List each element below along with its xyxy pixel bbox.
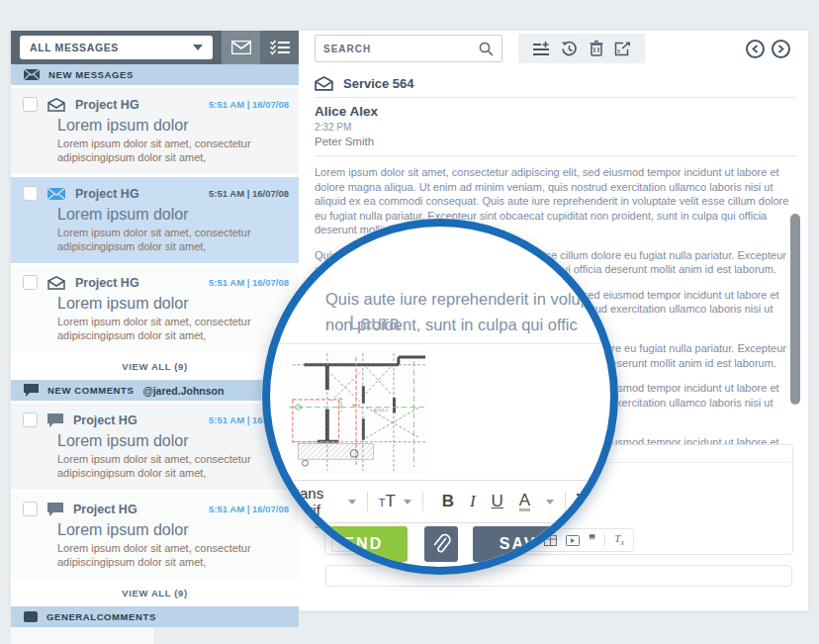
message-timestamp: 5:51 AM | 16/07/08 [209,277,289,288]
mail-icon [24,69,40,80]
floor-plan-image: A2201.1 A2201.4 [285,349,429,475]
comment-icon [47,414,63,427]
task-view-button[interactable] [260,31,299,64]
export-icon: x [614,42,631,56]
attachment-author-label: Laura [349,312,400,334]
sender-name: Alice Alex [315,104,378,119]
message-preview: Lorem ipsum dolor sit amet, consectetur … [57,137,289,164]
font-size-select[interactable]: TT [379,492,411,511]
delete-button[interactable] [590,41,603,56]
mail-view-button[interactable] [222,31,260,64]
search-input[interactable] [323,44,479,54]
thread-navigation [746,40,790,58]
message-filter-dropdown[interactable]: ALL MESSAGES [20,36,213,59]
section-title: NEW MESSAGES [48,69,134,80]
message-list-item[interactable]: Project HG 5:51 AM | 16/07/08 Lorem ipsu… [11,266,299,352]
comment-icon [24,384,39,397]
trash-icon [590,41,603,56]
new-messages-section-header[interactable]: NEW MESSAGES [11,64,299,85]
comment-checkbox[interactable] [23,413,38,427]
service-header: Service 564 [315,76,414,91]
caret-down-icon [404,500,411,505]
caret-down-icon [546,500,554,505]
previous-message-button[interactable] [746,40,765,58]
font-color-select[interactable]: A [511,492,554,511]
section-title: NEW COMMENTS [47,385,134,396]
recipient-name: Peter Smith [315,136,378,147]
view-all-messages-link[interactable]: VIEW ALL (9) [11,352,299,380]
caret-down-icon [348,500,356,505]
toolbar-separator [565,492,566,511]
message-actions-toolbar: x [518,34,645,63]
new-comments-section-header[interactable]: NEW COMMENTS @jared.Johnson [11,380,299,401]
history-button[interactable] [561,41,578,57]
italic-button[interactable]: I [470,492,476,511]
comment-checkbox[interactable] [23,502,38,516]
video-button[interactable] [566,535,580,546]
comment-timestamp: 5:51 AM | 16/07/08 [209,504,289,514]
bold-button[interactable]: B [442,492,454,511]
mention-label: @jared.Johnson [142,385,224,397]
comment-subject: Lorem ipsum dolor [57,521,289,539]
list-toolbar: ALL MESSAGES [11,31,299,64]
mail-open-icon [47,276,65,290]
comment-title: Project HG [73,414,137,427]
general-comments-section-header[interactable]: GENERALCOMMENTS [11,606,299,627]
add-to-list-icon [532,42,550,56]
magnified-editor-toolbar: Sans Serif TT B I U A [270,480,610,523]
message-list-panel: ALL MESSAGES NEW MESSAGES Project HG [11,31,299,610]
comment-list-item[interactable]: Project HG 5:51 AM | 16/07/08 Lorem ipsu… [11,493,299,579]
caret-down-icon [193,45,203,50]
toolbar-separator [422,492,423,511]
magnifier-overlay: Quis aute iure reprehenderit in volup no… [262,219,618,575]
history-icon [561,41,578,57]
list-footer-spacer [11,627,155,644]
attach-button[interactable] [424,526,458,562]
svg-text:A2201.4: A2201.4 [374,408,389,413]
next-message-button[interactable] [772,40,790,58]
message-filter-label: ALL MESSAGES [30,42,119,53]
sent-time: 2:32 PM [315,122,378,133]
export-button[interactable]: x [614,42,631,56]
comment-icon [47,503,63,516]
comment-square-icon [24,611,38,623]
comment-preview: Lorem ipsum dolor sit amet, consectetur … [57,452,289,480]
divider [315,155,796,156]
message-subject: Lorem ipsum dolor [57,117,289,135]
underline-button[interactable]: U [492,492,503,511]
scrollbar-thumb[interactable] [790,214,800,405]
blockquote-button[interactable]: ❞ [589,535,595,545]
message-title: Project HG [75,276,139,290]
toolbar-separator [367,492,368,511]
service-title: Service 564 [343,76,414,91]
view-all-comments-link[interactable]: VIEW ALL (9) [11,579,299,606]
message-list-item[interactable]: Project HG 5:51 AM | 16/07/08 Lorem ipsu… [11,88,299,174]
toolbar-separator [604,534,605,546]
font-color-icon: A [519,492,530,511]
mail-icon [231,41,251,54]
search-field[interactable] [315,35,502,62]
add-to-list-button[interactable] [532,42,550,56]
message-preview: Lorem ipsum dolor sit amet, consectetur … [57,315,289,342]
svg-text:A2201.1: A2201.1 [338,398,343,412]
comment-preview: Lorem ipsum dolor sit amet, consectetur … [57,541,289,569]
paperclip-icon [431,533,451,555]
message-checkbox[interactable] [23,186,38,201]
comment-list-item[interactable]: Project HG 5:51 AM | 16/07/08 Lorem ipsu… [11,404,299,490]
quote-icon: ❞ [589,535,595,545]
mail-open-icon [315,76,333,91]
mail-open-icon [47,98,65,112]
message-checkbox[interactable] [23,275,38,290]
clear-format-button[interactable]: Tx [614,532,624,547]
message-subject: Lorem ipsum dolor [57,295,289,313]
chevron-right-icon [777,45,784,53]
video-icon [566,535,580,546]
section-title: GENERALCOMMENTS [46,611,156,622]
font-size-icon: TT [379,492,396,511]
divider [270,343,610,344]
mail-unread-icon [47,188,65,200]
message-list-item-selected[interactable]: Project HG 5:51 AM | 16/07/08 Lorem ipsu… [11,177,299,263]
chevron-left-icon [752,45,759,53]
message-checkbox[interactable] [23,97,38,112]
divider [315,97,796,98]
